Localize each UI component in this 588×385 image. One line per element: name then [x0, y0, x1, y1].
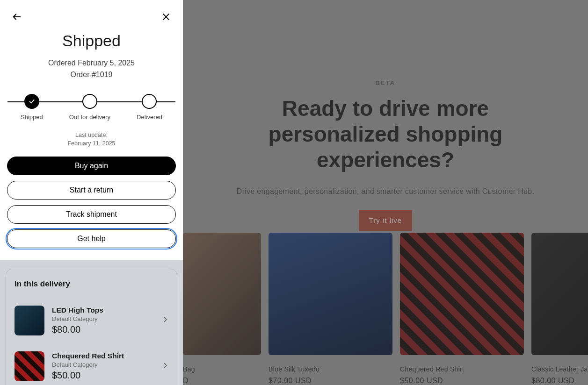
order-details-panel: Shipped Ordered February 5, 2025 Order #… [0, 0, 183, 385]
get-help-button[interactable]: Get help [7, 229, 176, 248]
step-label: Delivered [137, 114, 162, 121]
close-icon [161, 12, 171, 21]
item-thumbnail [15, 306, 44, 335]
item-name: LED High Tops [52, 306, 154, 314]
back-arrow-icon [12, 12, 22, 22]
delivery-heading: In this delivery [15, 279, 168, 289]
item-category: Default Category [52, 361, 154, 368]
back-button[interactable] [10, 10, 23, 23]
tracker-step-delivered: Delivered [137, 94, 162, 121]
step-circle [82, 94, 97, 109]
delivery-item[interactable]: Chequered Red Shirt Default Category $50… [15, 347, 168, 385]
order-actions: Buy again Start a return Track shipment … [0, 157, 183, 248]
delivery-card: In this delivery LED High Tops Default C… [6, 269, 177, 385]
item-price: $80.00 [52, 324, 154, 335]
last-update-date: February 11, 2025 [0, 139, 183, 148]
start-return-button[interactable]: Start a return [7, 181, 176, 200]
step-label: Shipped [21, 114, 43, 121]
order-number: Order #1019 [0, 69, 183, 81]
shipment-progress-tracker: Shipped Out for delivery Delivered [7, 94, 175, 121]
checkmark-icon [29, 98, 35, 105]
last-update-label: Last update: [0, 131, 183, 140]
item-price: $50.00 [52, 370, 154, 381]
track-shipment-button[interactable]: Track shipment [7, 205, 176, 224]
panel-header [0, 0, 183, 23]
item-thumbnail [15, 351, 44, 381]
item-info: LED High Tops Default Category $80.00 [52, 306, 154, 335]
step-label: Out for delivery [69, 114, 110, 121]
chevron-right-icon [162, 362, 168, 371]
close-button[interactable] [160, 10, 173, 23]
buy-again-button[interactable]: Buy again [7, 157, 176, 175]
in-this-delivery-section: In this delivery LED High Tops Default C… [0, 260, 183, 385]
chevron-right-icon [162, 316, 168, 325]
order-meta: Ordered February 5, 2025 Order #1019 [0, 57, 183, 81]
item-info: Chequered Red Shirt Default Category $50… [52, 352, 154, 381]
item-name: Chequered Red Shirt [52, 352, 154, 360]
ordered-date: Ordered February 5, 2025 [0, 57, 183, 69]
tracker-step-out-for-delivery: Out for delivery [69, 94, 110, 121]
delivery-item[interactable]: LED High Tops Default Category $80.00 [15, 301, 168, 340]
item-category: Default Category [52, 315, 154, 322]
order-status-title: Shipped [0, 32, 183, 50]
last-update: Last update: February 11, 2025 [0, 131, 183, 149]
step-circle [142, 94, 157, 109]
tracker-step-shipped: Shipped [21, 94, 43, 121]
step-circle-done [24, 94, 39, 109]
